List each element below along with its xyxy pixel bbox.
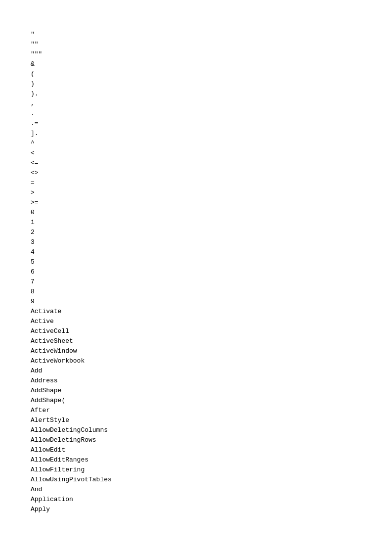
list-item[interactable]: 0	[31, 208, 392, 218]
list-item[interactable]: 4	[31, 247, 392, 257]
list-item[interactable]: ^	[31, 139, 392, 148]
list-item[interactable]: ).	[31, 89, 392, 99]
list-item[interactable]: 8	[31, 287, 392, 297]
list-item[interactable]: <	[31, 148, 392, 158]
list-item[interactable]: <=	[31, 158, 392, 168]
list-item[interactable]: =	[31, 178, 392, 188]
list-item[interactable]: &	[31, 59, 392, 69]
list-item[interactable]: """	[31, 49, 392, 59]
list-item[interactable]: <>	[31, 168, 392, 178]
list-item[interactable]: AlertStyle	[31, 416, 392, 425]
list-item[interactable]: Add	[31, 366, 392, 376]
list-item[interactable]: >	[31, 188, 392, 198]
list-item[interactable]: ].	[31, 129, 392, 139]
list-item[interactable]: AllowFiltering	[31, 465, 392, 475]
list-item[interactable]: Application	[31, 495, 392, 505]
list-item[interactable]: AllowEditRanges	[31, 455, 392, 465]
list-item[interactable]: ActiveWindow	[31, 346, 392, 356]
list-item[interactable]: >=	[31, 198, 392, 208]
list-item[interactable]: AddShape(	[31, 396, 392, 406]
list-item[interactable]: .=	[31, 119, 392, 129]
autocomplete-list: """"""&()).,..=].^<<=<>=>>=0123456789Act…	[31, 30, 392, 514]
list-item[interactable]: .	[31, 109, 392, 119]
list-item[interactable]: After	[31, 406, 392, 416]
list-item[interactable]: Active	[31, 317, 392, 326]
list-item[interactable]: 6	[31, 267, 392, 277]
list-item[interactable]: AllowUsingPivotTables	[31, 475, 392, 485]
list-item[interactable]: And	[31, 485, 392, 495]
list-item[interactable]: 5	[31, 257, 392, 267]
list-item[interactable]: Address	[31, 376, 392, 386]
list-item[interactable]: AddShape	[31, 386, 392, 396]
list-item[interactable]: Apply	[31, 505, 392, 514]
list-item[interactable]: "	[31, 30, 392, 40]
list-item[interactable]: 3	[31, 237, 392, 247]
list-item[interactable]: ActiveWorkbook	[31, 356, 392, 366]
list-item[interactable]: ActiveCell	[31, 326, 392, 336]
list-item[interactable]: )	[31, 79, 392, 89]
list-item[interactable]: AllowDeletingRows	[31, 435, 392, 445]
list-item[interactable]: 1	[31, 218, 392, 228]
list-item[interactable]: ActiveSheet	[31, 336, 392, 346]
list-item[interactable]: ""	[31, 40, 392, 49]
list-item[interactable]: ,	[31, 99, 392, 109]
list-item[interactable]: 9	[31, 297, 392, 307]
list-item[interactable]: 2	[31, 228, 392, 237]
list-item[interactable]: Activate	[31, 307, 392, 317]
list-item[interactable]: AllowDeletingColumns	[31, 425, 392, 435]
list-item[interactable]: AllowEdit	[31, 445, 392, 455]
list-item[interactable]: (	[31, 69, 392, 79]
list-item[interactable]: 7	[31, 277, 392, 287]
